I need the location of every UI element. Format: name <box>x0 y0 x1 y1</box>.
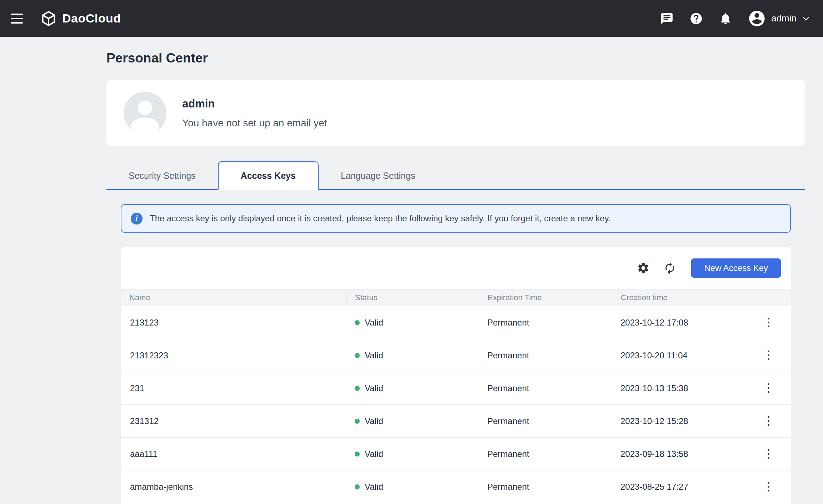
brand-name: DaoCloud <box>62 11 121 25</box>
status-label: Valid <box>365 482 383 492</box>
cell-name: 21312323 <box>121 339 346 372</box>
help-icon[interactable] <box>689 11 703 26</box>
cell-expiration: Permanent <box>479 470 612 503</box>
cell-expiration: Permanent <box>479 438 612 470</box>
refresh-icon[interactable] <box>662 260 678 276</box>
cell-expiration: Permanent <box>479 306 612 339</box>
notifications-bell-icon[interactable] <box>718 11 733 26</box>
cell-name: amamba-jenkins <box>121 470 346 503</box>
table-row: 231 Valid Permanent 2023-10-13 15:38 <box>121 372 791 405</box>
main-content: Personal Center admin You have not set u… <box>106 37 805 504</box>
profile-card: admin You have not set up an email yet <box>106 80 805 146</box>
cell-actions <box>746 306 791 339</box>
cell-name: aaa111 <box>121 438 346 470</box>
new-access-key-button[interactable]: New Access Key <box>691 258 781 278</box>
cell-name: 231312 <box>121 405 346 437</box>
top-navbar: DaoCloud <box>0 0 823 37</box>
cell-creation: 2023-10-12 17:08 <box>612 306 746 339</box>
column-header-creation: Creation time <box>612 289 746 306</box>
status-dot <box>355 386 360 391</box>
tab-bar: Security Settings Access Keys Language S… <box>106 161 805 190</box>
cell-actions <box>746 438 791 470</box>
brand-logo[interactable]: DaoCloud <box>40 10 121 27</box>
table-toolbar: New Access Key <box>121 247 791 289</box>
column-header-name: Name <box>121 289 346 306</box>
status-dot <box>355 419 360 424</box>
cell-name: 213123 <box>121 306 346 339</box>
cell-actions <box>746 405 791 437</box>
status-dot <box>355 484 360 489</box>
cell-creation: 2023-10-20 11:04 <box>612 339 746 372</box>
table-header-row: Name Status Expiration Time Creation tim… <box>121 289 791 306</box>
cell-creation: 2023-08-25 17:27 <box>612 470 746 503</box>
table-row: 231312 Valid Permanent 2023-10-12 15:28 <box>121 405 791 438</box>
row-actions-kebab-icon[interactable] <box>764 478 773 495</box>
cube-logo-icon <box>40 10 57 27</box>
access-keys-panel: New Access Key Name Status Expiration Ti… <box>121 247 791 504</box>
cell-creation: 2023-10-13 15:38 <box>612 372 746 404</box>
cell-status: Valid <box>346 405 479 437</box>
row-actions-kebab-icon[interactable] <box>764 314 773 331</box>
cell-creation: 2023-10-12 15:28 <box>612 405 746 437</box>
column-header-expiration: Expiration Time <box>479 289 612 306</box>
table-row: 21312323 Valid Permanent 2023-10-20 11:0… <box>121 339 791 372</box>
info-alert: i The access key is only displayed once … <box>121 204 791 233</box>
gear-icon[interactable] <box>635 260 651 276</box>
hamburger-menu-icon[interactable] <box>11 14 23 24</box>
status-label: Valid <box>365 449 383 459</box>
cell-expiration: Permanent <box>479 372 612 404</box>
user-menu[interactable]: admin <box>748 9 810 28</box>
cell-status: Valid <box>346 306 479 339</box>
cell-actions <box>746 339 791 372</box>
screen: DaoCloud <box>0 0 823 504</box>
row-actions-kebab-icon[interactable] <box>764 445 773 462</box>
navbar-actions: admin <box>660 9 810 28</box>
tab-access-keys[interactable]: Access Keys <box>218 161 319 190</box>
status-dot <box>355 320 360 325</box>
status-label: Valid <box>365 318 383 328</box>
profile-email-hint: You have not set up an email yet <box>182 117 327 129</box>
cell-actions <box>746 470 791 503</box>
profile-texts: admin You have not set up an email yet <box>182 97 327 129</box>
column-header-actions <box>746 289 791 306</box>
username-label: admin <box>771 13 797 24</box>
info-alert-text: The access key is only displayed once it… <box>150 213 610 223</box>
cell-status: Valid <box>346 438 479 470</box>
info-icon: i <box>131 213 143 225</box>
tab-language-settings[interactable]: Language Settings <box>319 161 438 190</box>
table-row: 213123 Valid Permanent 2023-10-12 17:08 <box>121 306 791 339</box>
tab-security-settings[interactable]: Security Settings <box>106 161 218 190</box>
row-actions-kebab-icon[interactable] <box>764 413 773 429</box>
page-title: Personal Center <box>106 37 805 66</box>
cell-status: Valid <box>346 470 479 503</box>
cell-name: 231 <box>121 372 346 404</box>
row-actions-kebab-icon[interactable] <box>764 380 773 397</box>
row-actions-kebab-icon[interactable] <box>764 347 773 364</box>
profile-avatar <box>124 92 166 135</box>
cell-status: Valid <box>346 372 479 404</box>
chevron-down-icon <box>802 14 810 23</box>
status-label: Valid <box>365 351 383 361</box>
status-dot <box>355 452 360 457</box>
column-header-status: Status <box>346 289 479 306</box>
cell-creation: 2023-09-18 13:58 <box>612 438 746 470</box>
profile-name: admin <box>182 97 327 110</box>
cell-actions <box>746 372 791 404</box>
cell-status: Valid <box>346 339 479 372</box>
user-avatar-icon <box>748 9 766 28</box>
status-label: Valid <box>365 416 383 426</box>
table-row: aaa111 Valid Permanent 2023-09-18 13:58 <box>121 438 791 470</box>
status-dot <box>355 353 360 358</box>
table-row: amamba-jenkins Valid Permanent 2023-08-2… <box>121 470 791 503</box>
cell-expiration: Permanent <box>479 339 612 372</box>
messages-icon[interactable] <box>660 11 674 26</box>
status-label: Valid <box>365 383 383 393</box>
cell-expiration: Permanent <box>479 405 612 437</box>
